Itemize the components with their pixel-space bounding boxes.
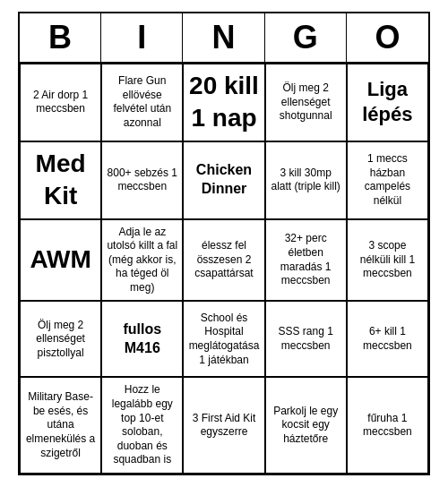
bingo-cell-1: Flare Gun ellövése felvétel után azonnal	[101, 64, 183, 141]
bingo-cell-22: 3 First Aid Kit egyszerre	[183, 377, 264, 474]
bingo-grid: 2 Air dorp 1 meccsbenFlare Gun ellövése …	[20, 64, 428, 474]
bingo-cell-23: Parkolj le egy kocsit egy háztetőre	[265, 377, 347, 474]
bingo-cell-15: Ölj meg 2 ellenséget pisztollyal	[20, 301, 101, 377]
bingo-cell-17: School és Hospital meglátogatása 1 játék…	[183, 301, 264, 377]
bingo-cell-24: fűruha 1 meccsben	[347, 377, 428, 474]
header-letter-g: G	[265, 13, 347, 62]
bingo-cell-20: Military Base-be esés, és utána elmenekü…	[20, 377, 101, 474]
header-letter-b: B	[20, 13, 101, 62]
bingo-header: BINGO	[20, 13, 428, 64]
bingo-cell-18: SSS rang 1 meccsben	[265, 301, 347, 377]
bingo-cell-9: 1 meccs házban campelés nélkül	[347, 141, 428, 219]
bingo-cell-0: 2 Air dorp 1 meccsben	[20, 64, 101, 141]
header-letter-n: N	[183, 13, 264, 62]
bingo-cell-19: 6+ kill 1 meccsben	[347, 301, 428, 377]
bingo-card: BINGO 2 Air dorp 1 meccsbenFlare Gun ell…	[18, 12, 430, 475]
bingo-cell-2: 20 kill 1 nap	[183, 64, 264, 141]
bingo-cell-5: Med Kit	[20, 141, 101, 219]
bingo-cell-16: fullos M416	[101, 301, 183, 377]
bingo-cell-3: Ölj meg 2 ellenséget shotgunnal	[265, 64, 347, 141]
bingo-cell-14: 3 scope nélküli kill 1 meccsben	[347, 219, 428, 302]
bingo-cell-10: AWM	[20, 219, 101, 302]
bingo-cell-12: élessz fel összesen 2 csapattársat	[183, 219, 264, 302]
bingo-cell-4: Liga lépés	[347, 64, 428, 141]
bingo-cell-8: 3 kill 30mp alatt (triple kill)	[265, 141, 347, 219]
bingo-cell-6: 800+ sebzés 1 meccsben	[101, 141, 183, 219]
bingo-cell-7: Chicken Dinner	[183, 141, 264, 219]
bingo-cell-13: 32+ perc életben maradás 1 meccsben	[265, 219, 347, 302]
bingo-cell-11: Adja le az utolsó killt a fal (még akkor…	[101, 219, 183, 302]
header-letter-o: O	[347, 13, 428, 62]
bingo-cell-21: Hozz le legalább egy top 10-et soloban, …	[101, 377, 183, 474]
header-letter-i: I	[101, 13, 183, 62]
